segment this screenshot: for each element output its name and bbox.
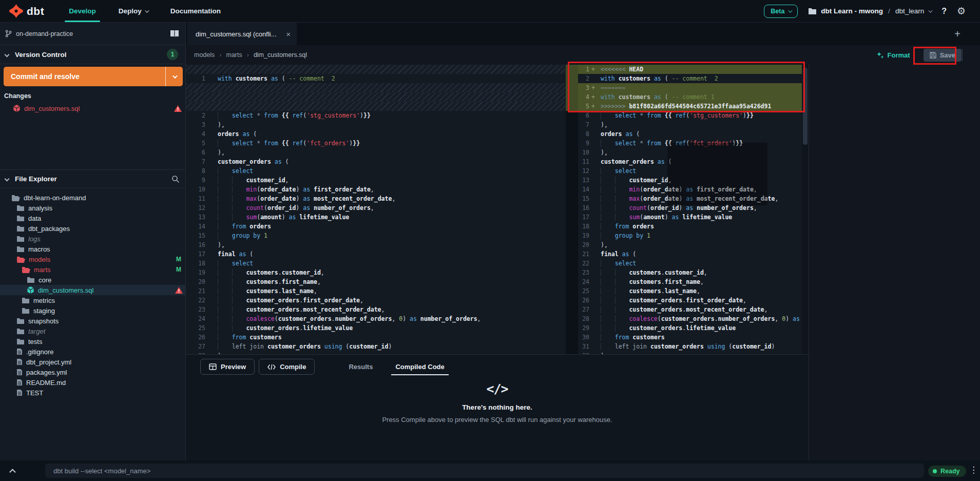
current-line-22[interactable]: 22 customer_orders.first_order_date,: [186, 296, 566, 305]
chevron-up-icon[interactable]: [9, 469, 16, 475]
incoming-line-29[interactable]: 29 customer_orders.lifetime_value: [578, 323, 809, 333]
preview-button[interactable]: Preview: [200, 359, 255, 375]
tree-folder-metrics[interactable]: metrics: [0, 295, 186, 305]
kebab-menu-icon[interactable]: ⋮: [969, 465, 978, 475]
current-line-17[interactable]: 17final as (: [186, 249, 566, 259]
new-tab-button[interactable]: +: [954, 23, 960, 45]
current-line-13[interactable]: 13 sum(amount) as lifetime_value: [186, 213, 566, 222]
tree-file-test[interactable]: TEST: [0, 388, 186, 398]
tree-folder-macros[interactable]: macros: [0, 244, 186, 254]
incoming-line-20[interactable]: 20),: [578, 240, 809, 249]
nav-item-deploy[interactable]: Deploy: [109, 0, 157, 22]
incoming-line-1[interactable]: 1+<<<<<<< HEAD: [578, 65, 809, 74]
file-explorer-header[interactable]: File Explorer: [0, 169, 186, 188]
tab-results[interactable]: Results: [337, 355, 384, 379]
dbt-logo[interactable]: dbt: [0, 4, 53, 18]
incoming-line-18[interactable]: 18 from orders: [578, 222, 809, 231]
incoming-line-28[interactable]: 28 coalesce(customer_orders.number_of_or…: [578, 314, 809, 323]
tree-file-dim-customers-sql[interactable]: dim_customers.sql: [0, 285, 186, 295]
current-line-21[interactable]: 21 customers.last_name,: [186, 286, 566, 296]
diff-filler-row[interactable]: [186, 92, 566, 102]
incoming-line-6[interactable]: 6 select * from {{ ref('stg_customers')}…: [578, 111, 809, 120]
current-line-8[interactable]: 8 select: [186, 166, 566, 176]
tree-file-readme-md[interactable]: README.md: [0, 377, 186, 388]
current-line-4[interactable]: 4orders as (: [186, 129, 566, 139]
diff-filler-row[interactable]: [186, 83, 566, 92]
tree-file--gitignore[interactable]: .gitignore: [0, 347, 186, 357]
incoming-line-7[interactable]: 7),: [578, 120, 809, 129]
compile-button[interactable]: Compile: [259, 359, 315, 375]
tree-folder-data[interactable]: data: [0, 213, 186, 223]
tree-folder-marts[interactable]: martsM: [0, 264, 186, 275]
incoming-line-3[interactable]: 3+=======: [578, 83, 809, 92]
current-line-24[interactable]: 24 coalesce(customer_orders.number_of_or…: [186, 314, 566, 323]
command-input[interactable]: [45, 464, 924, 478]
tree-folder-tests[interactable]: tests: [0, 336, 186, 347]
close-icon[interactable]: ×: [286, 30, 291, 39]
incoming-line-2[interactable]: 2with customers as ( -- comment 2: [578, 74, 809, 83]
current-line-15[interactable]: 15 group by 1: [186, 231, 566, 240]
beta-dropdown[interactable]: Beta: [764, 5, 798, 18]
incoming-line-8[interactable]: 8orders as (: [578, 129, 809, 139]
search-icon[interactable]: [171, 175, 180, 183]
tab-dim-customers[interactable]: dim_customers.sql (confli... ×: [187, 23, 297, 45]
nav-item-develop[interactable]: Develop: [60, 0, 105, 22]
incoming-line-22[interactable]: 22 select: [578, 259, 809, 268]
current-line-14[interactable]: 14 from orders: [186, 222, 566, 231]
tree-file-packages-yml[interactable]: packages.yml: [0, 367, 186, 377]
nav-item-documentation[interactable]: Documentation: [161, 0, 230, 22]
tree-folder-core[interactable]: core: [0, 275, 186, 285]
incoming-line-31[interactable]: 31 left join customer_orders using (cust…: [578, 342, 809, 351]
tree-folder-models[interactable]: modelsM: [0, 254, 186, 264]
settings-gear-button[interactable]: ⚙: [957, 6, 966, 16]
breadcrumb-item[interactable]: models: [194, 51, 215, 59]
incoming-line-30[interactable]: 30 from customers: [578, 333, 809, 342]
current-line-19[interactable]: 19 customers.customer_id,: [186, 268, 566, 277]
current-line-16[interactable]: 16),: [186, 240, 566, 249]
merge-conflict-editor[interactable]: 1with customers as ( -- comment 22 selec…: [186, 65, 809, 354]
git-branch-row[interactable]: on-demand-practice: [0, 23, 185, 45]
diff-filler-row[interactable]: [186, 65, 566, 74]
current-line-18[interactable]: 18 select: [186, 259, 566, 268]
current-line-5[interactable]: 5 select * from {{ ref('fct_orders')}}: [186, 139, 566, 148]
project-breadcrumb[interactable]: dbt Learn - mwong / dbt_learn: [808, 7, 931, 15]
version-control-header[interactable]: Version Control 1: [0, 45, 185, 64]
editor-scrollbar[interactable]: [802, 65, 809, 354]
format-button[interactable]: Format: [876, 51, 910, 59]
tree-folder-snapshots[interactable]: snapshots: [0, 316, 186, 326]
incoming-line-21[interactable]: 21final as (: [578, 249, 809, 259]
incoming-line-26[interactable]: 26 customer_orders.first_order_date,: [578, 296, 809, 305]
current-line-20[interactable]: 20 customers.first_name,: [186, 277, 566, 286]
current-line-23[interactable]: 23 customer_orders.most_recent_order_dat…: [186, 305, 566, 314]
changed-file-item[interactable]: dim_customers.sql: [0, 103, 186, 113]
incoming-line-5[interactable]: 5+>>>>>>> b81f802a66fd544504c65721e3ffaa…: [578, 102, 809, 111]
tree-folder-analysis[interactable]: analysis: [0, 203, 186, 213]
current-line-12[interactable]: 12 count(order_id) as number_of_orders,: [186, 203, 566, 213]
current-line-25[interactable]: 25 customer_orders.lifetime_value: [186, 323, 566, 333]
tree-folder-target[interactable]: target: [0, 326, 186, 336]
incoming-line-24[interactable]: 24 customers.first_name,: [578, 277, 809, 286]
help-button[interactable]: ?: [941, 7, 947, 16]
current-line-1[interactable]: 1with customers as ( -- comment 2: [186, 74, 566, 83]
incoming-line-25[interactable]: 25 customers.last_name,: [578, 286, 809, 296]
current-line-7[interactable]: 7customer_orders as (: [186, 157, 566, 166]
tab-compiled-code[interactable]: Compiled Code: [384, 355, 455, 379]
incoming-line-17[interactable]: 17 sum(amount) as lifetime_value: [578, 213, 809, 222]
commit-options-dropdown[interactable]: [165, 67, 183, 86]
current-line-27[interactable]: 27 left join customer_orders using (cust…: [186, 342, 566, 351]
tree-folder-staging[interactable]: staging: [0, 305, 186, 316]
incoming-line-27[interactable]: 27 customer_orders.most_recent_order_dat…: [578, 305, 809, 314]
breadcrumb-item[interactable]: marts: [226, 51, 242, 59]
diff-filler-row[interactable]: [186, 102, 566, 111]
current-line-3[interactable]: 3),: [186, 120, 566, 129]
incoming-line-19[interactable]: 19 group by 1: [578, 231, 809, 240]
current-line-26[interactable]: 26 from customers: [186, 333, 566, 342]
current-line-10[interactable]: 10 min(order_date) as first_order_date,: [186, 185, 566, 194]
breadcrumb-item[interactable]: dim_customers.sql: [254, 51, 307, 59]
current-line-11[interactable]: 11 max(order_date) as most_recent_order_…: [186, 194, 566, 203]
current-line-6[interactable]: 6),: [186, 148, 566, 157]
incoming-line-23[interactable]: 23 customers.customer_id,: [578, 268, 809, 277]
commit-and-resolve-button[interactable]: Commit and resolve: [4, 67, 183, 86]
tree-folder-logs[interactable]: logs: [0, 234, 186, 244]
current-line-2[interactable]: 2 select * from {{ ref('stg_customers')}…: [186, 111, 566, 120]
